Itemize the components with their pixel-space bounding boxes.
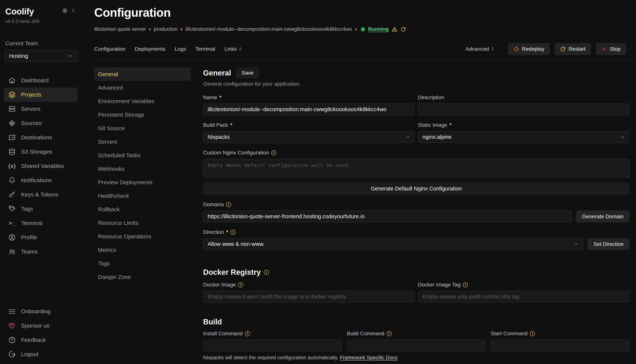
- config-nav-scheduled-tasks[interactable]: Scheduled Tasks: [94, 148, 191, 162]
- sidebar-item-dashboard[interactable]: Dashboard: [4, 73, 78, 88]
- breadcrumb-application[interactable]: illicitestonion/-module--decomposition:m…: [185, 26, 352, 32]
- logout-icon: [8, 350, 16, 358]
- stop-button[interactable]: Stop: [596, 43, 626, 55]
- info-icon[interactable]: i: [238, 282, 243, 287]
- config-nav-metrics[interactable]: Metrics: [94, 243, 191, 257]
- build-command-input[interactable]: [347, 340, 486, 352]
- set-direction-button[interactable]: Set Direction: [588, 238, 629, 250]
- app-version: v4.0.0-beta.399: [4, 16, 78, 24]
- build-pack-select[interactable]: Nixpacks: [203, 131, 415, 143]
- info-icon[interactable]: i: [264, 270, 269, 275]
- generate-nginx-button[interactable]: Generate Default Nginx Configuration: [203, 182, 629, 195]
- config-nav-rollback[interactable]: Rollback: [94, 203, 191, 216]
- info-icon[interactable]: i: [245, 331, 250, 336]
- static-image-select[interactable]: nginx:alpine: [418, 131, 629, 143]
- config-nav-tags[interactable]: Tags: [94, 257, 191, 270]
- config-nav-environment-variables[interactable]: Environment Variables: [94, 94, 191, 108]
- tab-configuration[interactable]: Configuration: [94, 46, 126, 52]
- advanced-dropdown[interactable]: Advanced: [466, 46, 495, 52]
- chevron-down-icon: [405, 135, 410, 140]
- config-nav-servers[interactable]: Servers: [94, 135, 191, 148]
- sidebar-item-s3-storages[interactable]: S3 Storages: [4, 144, 78, 159]
- config-nav-preview-deployments[interactable]: Preview Deployments: [94, 176, 191, 189]
- refresh-icon[interactable]: [400, 26, 406, 32]
- sidebar-item-label: Projects: [21, 92, 41, 98]
- framework-docs-link[interactable]: Framework Specific Docs: [340, 355, 397, 360]
- sidebar-item-sources[interactable]: Sources: [4, 116, 78, 130]
- info-icon[interactable]: i: [226, 202, 231, 207]
- user-circle-icon: [8, 234, 16, 241]
- required-asterisk: *: [220, 94, 222, 100]
- info-icon[interactable]: i: [463, 282, 468, 287]
- sidebar-item-teams[interactable]: Teams: [4, 244, 78, 259]
- header-divider: [94, 59, 636, 60]
- breadcrumb-separator-icon: ›: [180, 26, 182, 32]
- info-icon[interactable]: i: [530, 331, 535, 336]
- tab-logs[interactable]: Logs: [175, 46, 186, 52]
- sidebar-item-onboarding[interactable]: Onboarding: [4, 304, 78, 318]
- start-command-input[interactable]: [491, 340, 629, 352]
- info-icon[interactable]: i: [230, 230, 236, 235]
- nixpacks-note: Nixpacks will detect the required config…: [203, 355, 629, 360]
- sidebar-item-feedback[interactable]: Feedback: [4, 333, 78, 347]
- variable-icon: (x): [8, 163, 16, 169]
- redeploy-icon: [514, 46, 519, 52]
- config-nav-danger-zone[interactable]: Danger Zone: [94, 270, 191, 284]
- checklist-icon: [8, 308, 16, 315]
- warning-triangle-icon[interactable]: [392, 26, 397, 32]
- config-nav-resource-operations[interactable]: Resource Operations: [94, 230, 191, 243]
- docker-image-tag-input[interactable]: [418, 291, 629, 302]
- sidebar-item-projects[interactable]: Projects: [4, 88, 78, 102]
- status-running-link[interactable]: Running: [368, 26, 388, 32]
- config-nav-healthcheck[interactable]: Healthcheck: [94, 189, 191, 203]
- config-nav-persistent-storage[interactable]: Persistent Storage: [94, 108, 191, 122]
- general-form: General Save General configuration for y…: [203, 68, 636, 364]
- install-command-input[interactable]: [203, 340, 342, 352]
- info-icon[interactable]: i: [271, 150, 276, 155]
- save-button[interactable]: Save: [236, 68, 259, 78]
- sidebar-item-servers[interactable]: Servers: [4, 102, 78, 116]
- config-nav-webhooks[interactable]: Webhooks: [94, 162, 191, 176]
- name-input[interactable]: [203, 104, 415, 115]
- redeploy-button[interactable]: Redeploy: [508, 43, 550, 55]
- theme-sun-icon[interactable]: [62, 8, 68, 14]
- sidebar-item-sponsor-us[interactable]: Sponsor us: [4, 318, 78, 333]
- breadcrumb-environment[interactable]: production: [154, 26, 177, 32]
- app-logo: Coolify: [5, 6, 34, 16]
- name-label: Name*: [203, 94, 415, 100]
- tab-deployments[interactable]: Deployments: [135, 46, 165, 52]
- sidebar-item-keys-tokens[interactable]: Keys & Tokens: [4, 188, 78, 202]
- install-command-field-group: Install Commandi: [203, 330, 342, 352]
- sidebar-item-destinations[interactable]: Destinations: [4, 130, 78, 144]
- key-icon: [8, 191, 16, 198]
- sidebar-item-tags[interactable]: Tags: [4, 202, 78, 216]
- docker-image-input[interactable]: [203, 291, 415, 302]
- team-select[interactable]: Hosting: [5, 50, 77, 62]
- custom-nginx-textarea[interactable]: [203, 159, 629, 178]
- theme-updown-icon[interactable]: [71, 8, 75, 12]
- tags-icon: [8, 205, 16, 212]
- sidebar-item-logout[interactable]: Logout: [4, 347, 78, 361]
- sidebar-item-terminal[interactable]: >_ Terminal: [4, 216, 78, 230]
- info-icon[interactable]: i: [387, 331, 392, 336]
- sidebar-item-profile[interactable]: Profile: [4, 230, 78, 244]
- build-command-field-group: Build Commandi: [347, 330, 486, 352]
- restart-button[interactable]: Restart: [555, 43, 591, 55]
- breadcrumb-project[interactable]: illicitonion quote server: [94, 26, 146, 32]
- config-nav-resource-limits[interactable]: Resource Limits: [94, 216, 191, 230]
- generate-domain-button[interactable]: Generate Domain: [576, 210, 629, 222]
- sidebar-item-shared-variables[interactable]: (x) Shared Variables: [4, 159, 78, 173]
- chevron-down-icon: [68, 54, 73, 58]
- direction-select[interactable]: Allow www & non-www.: [203, 238, 583, 250]
- config-nav-general[interactable]: General: [94, 68, 191, 81]
- description-input[interactable]: [418, 104, 629, 115]
- tab-terminal[interactable]: Terminal: [195, 46, 215, 52]
- sidebar-item-notifications[interactable]: Notifications: [4, 173, 78, 188]
- config-nav-advanced[interactable]: Advanced: [94, 81, 191, 94]
- tab-links[interactable]: Links: [225, 46, 242, 52]
- config-nav-git-source[interactable]: Git Source: [94, 122, 191, 135]
- domains-input[interactable]: [203, 210, 572, 222]
- sidebar-item-label: S3 Storages: [21, 148, 52, 155]
- map-icon: [8, 134, 16, 141]
- direction-label: Direction*i: [203, 229, 629, 235]
